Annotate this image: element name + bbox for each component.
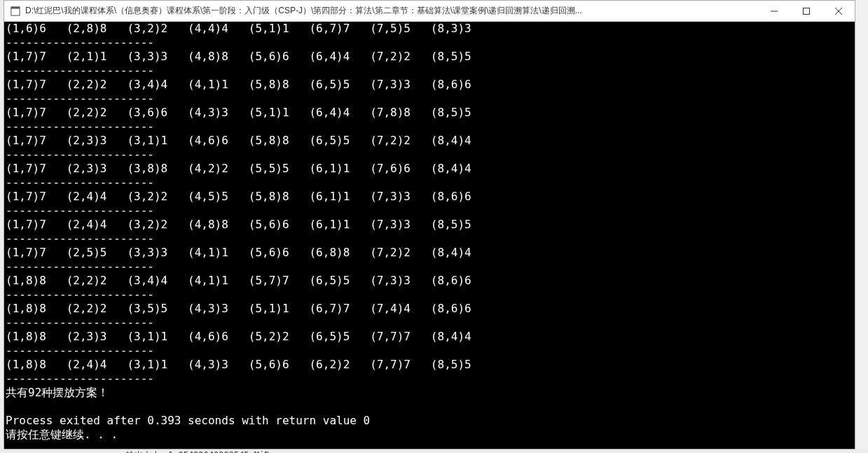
console-line [4, 400, 855, 414]
console-line: Process exited after 0.393 seconds with … [4, 414, 855, 428]
console-line: (1,8)8 (2,2)2 (3,4)4 (4,1)1 (5,7)7 (6,5)… [4, 274, 855, 288]
console-line: ---------------------- [4, 232, 855, 246]
console-line: ---------------------- [4, 176, 855, 190]
maximize-button[interactable] [790, 1, 822, 21]
console-line: (1,7)7 (2,5)5 (3,3)3 (4,1)1 (5,6)6 (6,8)… [4, 246, 855, 260]
console-line: ---------------------- [4, 288, 855, 302]
console-line: (1,8)8 (2,3)3 (3,1)1 (4,6)6 (5,2)2 (6,5)… [4, 330, 855, 344]
console-line: ---------------------- [4, 64, 855, 78]
app-icon [10, 6, 21, 17]
console-line: ---------------------- [4, 344, 855, 358]
titlebar[interactable]: D:\红泥巴\我的课程体系\（信息奥赛）课程体系\第一阶段：入门级（CSP-J）… [4, 1, 855, 22]
console-line: 共有92种摆放方案！ [4, 386, 855, 400]
console-line: (1,6)6 (2,8)8 (3,2)2 (4,4)4 (5,1)1 (6,7)… [4, 22, 855, 36]
console-line: (1,7)7 (2,1)1 (3,3)3 (4,8)8 (5,6)6 (6,4)… [4, 50, 855, 64]
console-line: ---------------------- [4, 120, 855, 134]
background-right-strip [855, 0, 868, 453]
window-controls [758, 1, 855, 21]
console-line: (1,7)7 (2,2)2 (3,4)4 (4,1)1 (5,8)8 (6,5)… [4, 78, 855, 92]
console-line: ---------------------- [4, 36, 855, 50]
console-line: ---------------------- [4, 148, 855, 162]
close-button[interactable] [822, 1, 855, 21]
console-line: ---------------------- [4, 316, 855, 330]
console-line: 请按任意键继续. . . [4, 428, 855, 442]
console-line: ---------------------- [4, 204, 855, 218]
console-line: (1,7)7 (2,2)2 (3,6)6 (4,3)3 (5,1)1 (6,4)… [4, 106, 855, 120]
svg-rect-1 [11, 6, 20, 8]
console-line: ---------------------- [4, 92, 855, 106]
console-line: (1,7)7 (2,3)3 (3,1)1 (4,6)6 (5,8)8 (6,5)… [4, 134, 855, 148]
minimize-button[interactable] [758, 1, 790, 21]
background-bottom-text: 输出大小：1.05422640383545 MiB [0, 449, 868, 453]
console-line: (1,7)7 (2,4)4 (3,2)2 (4,8)8 (5,6)6 (6,1)… [4, 218, 855, 232]
console-window: D:\红泥巴\我的课程体系\（信息奥赛）课程体系\第一阶段：入门级（CSP-J）… [4, 0, 855, 449]
console-line: (1,7)7 (2,3)3 (3,8)8 (4,2)2 (5,5)5 (6,1)… [4, 162, 855, 176]
window-title: D:\红泥巴\我的课程体系\（信息奥赛）课程体系\第一阶段：入门级（CSP-J）… [25, 5, 758, 17]
console-output[interactable]: (1,6)6 (2,8)8 (3,2)2 (4,4)4 (5,1)1 (6,7)… [4, 22, 855, 449]
svg-rect-3 [804, 8, 810, 14]
console-line: (1,8)8 (2,2)2 (3,5)5 (4,3)3 (5,1)1 (6,7)… [4, 302, 855, 316]
console-line: ---------------------- [4, 260, 855, 274]
console-line: (1,8)8 (2,4)4 (3,1)1 (4,3)3 (5,6)6 (6,2)… [4, 358, 855, 372]
console-line: ---------------------- [4, 372, 855, 386]
console-line: (1,7)7 (2,4)4 (3,2)2 (4,5)5 (5,8)8 (6,1)… [4, 190, 855, 204]
